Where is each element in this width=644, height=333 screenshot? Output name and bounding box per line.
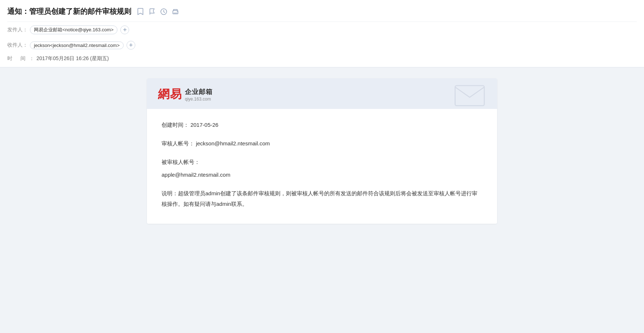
email-card: 網易 企业邮箱 qiye.163.com 创建时间： 2017-05-26 bbox=[147, 78, 497, 224]
from-tag: 网易企业邮箱<notice@qiye.163.com> bbox=[30, 26, 117, 34]
flag-icon[interactable] bbox=[148, 8, 156, 16]
email-view: 通知：管理员创建了新的邮件审核规则 bbox=[0, 0, 644, 333]
from-tag-wrap: 网易企业邮箱<notice@qiye.163.com> + bbox=[30, 26, 129, 34]
time-row: 时 间 ： 2017年05月26日 16:26 (星期五) bbox=[7, 52, 637, 67]
subject-row: 被审核人帐号： apple@hmail2.ntesmail.com bbox=[162, 157, 482, 180]
brand-name: 企业邮箱 bbox=[185, 87, 213, 96]
time-label: 时 间 bbox=[7, 55, 27, 62]
email-header: 通知：管理员创建了新的邮件审核规则 bbox=[0, 0, 644, 67]
brand-logo: 網易 企业邮箱 qiye.163.com bbox=[158, 86, 213, 102]
time-value: 2017年05月26日 16:26 (星期五) bbox=[36, 55, 109, 62]
card-content: 创建时间： 2017-05-26 审核人帐号： jeckson@hmail2.n… bbox=[147, 109, 497, 224]
time-separator: ： bbox=[29, 55, 34, 62]
from-label: 发件人： bbox=[7, 27, 28, 33]
to-row: 收件人： jeckson<jeckson@hmail2.ntesmail.com… bbox=[7, 37, 637, 52]
reviewer-row: 审核人帐号： jeckson@hmail2.ntesmail.com bbox=[162, 138, 482, 148]
svg-point-3 bbox=[177, 11, 178, 12]
brand-domain: qiye.163.com bbox=[185, 97, 213, 102]
reviewer-value: jeckson@hmail2.ntesmail.com bbox=[196, 140, 270, 146]
add-to-button[interactable]: + bbox=[127, 41, 135, 50]
reviewer-label: 审核人帐号： bbox=[162, 140, 194, 146]
title-row: 通知：管理员创建了新的邮件审核规则 bbox=[7, 7, 637, 22]
clock-icon[interactable] bbox=[160, 8, 168, 16]
add-from-button[interactable]: + bbox=[120, 26, 129, 34]
subject-label: 被审核人帐号： bbox=[162, 159, 200, 165]
description-block: 说明：超级管理员admin创建了该条邮件审核规则，则被审核人帐号的所有发送的邮件… bbox=[162, 188, 482, 209]
email-title: 通知：管理员创建了新的邮件审核规则 bbox=[7, 7, 131, 16]
email-body: 網易 企业邮箱 qiye.163.com 创建时间： 2017-05-26 bbox=[0, 67, 644, 235]
to-tag-wrap: jeckson<jeckson@hmail2.ntesmail.com> + bbox=[30, 41, 135, 50]
created-row: 创建时间： 2017-05-26 bbox=[162, 120, 482, 130]
created-value: 2017-05-26 bbox=[190, 122, 218, 128]
brand-logo-text: 網易 bbox=[158, 86, 182, 102]
from-row: 发件人： 网易企业邮箱<notice@qiye.163.com> + bbox=[7, 22, 637, 37]
brand-logo-right: 企业邮箱 qiye.163.com bbox=[185, 87, 213, 102]
card-header: 網易 企业邮箱 qiye.163.com bbox=[147, 78, 497, 109]
to-tag: jeckson<jeckson@hmail2.ntesmail.com> bbox=[30, 42, 124, 49]
print-icon[interactable] bbox=[171, 8, 179, 16]
svg-rect-4 bbox=[455, 86, 484, 106]
created-label: 创建时间： bbox=[162, 122, 189, 128]
from-value: 网易企业邮箱<notice@qiye.163.com> bbox=[34, 27, 113, 33]
subject-value: apple@hmail2.ntesmail.com bbox=[162, 172, 230, 178]
to-value: jeckson<jeckson@hmail2.ntesmail.com> bbox=[34, 43, 120, 48]
svg-rect-2 bbox=[174, 12, 177, 14]
envelope-decoration-icon bbox=[453, 82, 486, 107]
toolbar-icons bbox=[136, 8, 179, 16]
bookmark-icon[interactable] bbox=[136, 8, 144, 16]
to-label: 收件人： bbox=[7, 42, 28, 48]
